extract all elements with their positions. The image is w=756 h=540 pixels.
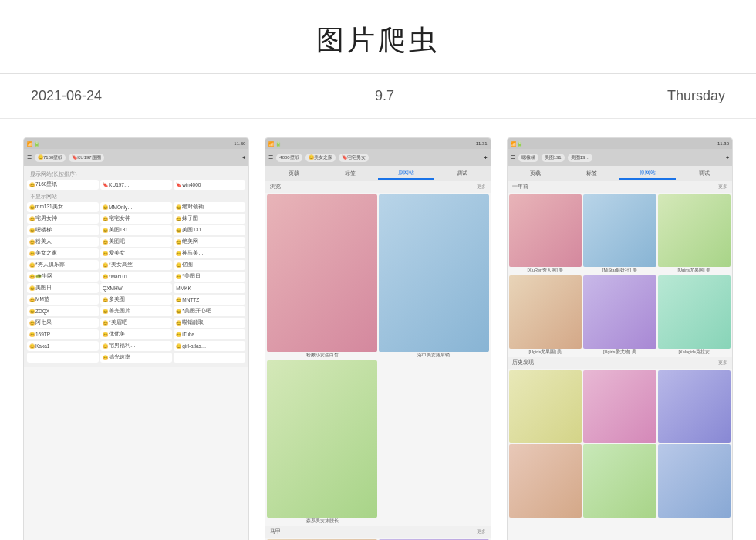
- site-row: 😊MM范 😊多美图 😊MNTTZ: [27, 295, 245, 305]
- toolbar-1: ☰ 😊7160壁纸 🔖KU197题圈 +: [24, 149, 248, 166]
- screenshots-container: 📶 🔋 11:36 ☰ 😊7160壁纸 🔖KU197题圈 + 显示网站(长按排序…: [0, 119, 756, 540]
- image-block: [Ugirls爱尤物] 美: [583, 275, 656, 355]
- image-block: [Xelagirls克拉女: [658, 275, 731, 355]
- image-block: [509, 370, 582, 443]
- image-thumb[interactable]: [658, 444, 731, 517]
- screenshot-1: 📶 🔋 11:36 ☰ 😊7160壁纸 🔖KU197题圈 + 显示网站(长按排序…: [23, 137, 249, 540]
- image-thumb[interactable]: [583, 444, 656, 517]
- tab-original3[interactable]: 原网站: [619, 167, 676, 180]
- screenshot-3: 📶 🔋 11:36 ☰ 嗯橡梯 美图131 美图13… + 页载 标签 原网站 …: [507, 137, 733, 540]
- statusbar-2: 📶 🔋 11:31: [265, 138, 490, 149]
- image-thumb[interactable]: [379, 194, 489, 352]
- image-block: [658, 370, 731, 443]
- site-row: 😊宅男女神 😊宅宅女神 😊妹子图: [27, 214, 245, 224]
- tab-debug3[interactable]: 调试: [676, 168, 732, 179]
- statusbar-1: 📶 🔋 11:36: [24, 138, 248, 149]
- tab-page3[interactable]: 页载: [508, 168, 564, 179]
- image-thumb[interactable]: [658, 275, 731, 348]
- img-tabs-2: 页载 标签 原网站 调试: [265, 166, 490, 181]
- section-header-more: 马甲 更多: [265, 526, 490, 538]
- image-thumb[interactable]: [509, 275, 582, 348]
- meta-bar: 2021-06-24 9.7 Thursday: [0, 74, 756, 119]
- phone-screen-3: 📶 🔋 11:36 ☰ 嗯橡梯 美图131 美图13… + 页载 标签 原网站 …: [508, 138, 732, 519]
- phone-screen-1: 📶 🔋 11:36 ☰ 😊7160壁纸 🔖KU197题圈 + 显示网站(长按排序…: [24, 138, 248, 367]
- image-grid-2col-2: 马尾甜小姐姐露 麻花糖美丽白皙 元气少女高跷装: [265, 538, 490, 540]
- image-block: 粉嫩小女生白皙: [267, 194, 377, 359]
- image-thumb[interactable]: [267, 194, 377, 352]
- site-row: 😊169TP 😊优优美 😊iTuba…: [27, 329, 245, 339]
- section-header-3b: 历史发现 更多: [508, 357, 732, 369]
- page-container: 图片爬虫 2021-06-24 9.7 Thursday 📶 🔋 11:36 ☰…: [0, 0, 756, 540]
- image-block: [658, 444, 731, 517]
- site-row: 😊🐢牛网 😊*Mar101… 😊*美图日: [27, 272, 245, 282]
- site-row: 😊Kaka1 😊宅男福利… 😊girl-atlas…: [27, 341, 245, 351]
- tab-original[interactable]: 原网站: [378, 167, 434, 180]
- section-header-2: 浏览 更多: [265, 181, 490, 193]
- site-row: … 😊搞光速率: [27, 353, 245, 363]
- image-block: [Ugirls尤果圈] 美: [509, 275, 582, 355]
- image-block: [MiStar魅妍社] 美: [583, 194, 656, 274]
- image-block: [583, 444, 656, 517]
- section-header-3a: 十年前 更多: [508, 181, 732, 193]
- image-block: [509, 444, 582, 517]
- site-row: 😊嗯楼梯 😊美图131 😊美图131: [27, 225, 245, 235]
- image-thumb[interactable]: [658, 194, 731, 267]
- image-block: [Ugirls尤果网] 美: [658, 194, 731, 274]
- site-row: 😊阿七果 😊*美眉吧 😊喵锅能取: [27, 318, 245, 328]
- tab-label3[interactable]: 标签: [563, 168, 619, 179]
- image-thumb[interactable]: [658, 370, 731, 443]
- meta-date: 2021-06-24: [31, 88, 102, 104]
- image-thumb[interactable]: [583, 370, 656, 443]
- meta-day: Thursday: [667, 88, 725, 104]
- phone-screen-2: 📶 🔋 11:31 ☰ 4000壁纸 😊美女之家 🔖宅宅男女 + 页载 标签 原…: [265, 138, 490, 540]
- page-title: 图片爬虫: [0, 22, 756, 59]
- image-block: 森系美女抹腰长: [267, 360, 377, 525]
- image-block: [XiuRen秀人网] 美: [509, 194, 582, 274]
- image-thumb[interactable]: [267, 360, 377, 518]
- screenshot-2: 📶 🔋 11:31 ☰ 4000壁纸 😊美女之家 🔖宅宅男女 + 页载 标签 原…: [265, 137, 491, 540]
- site-row: 😊粉美人 😊美图吧 😊绝美网: [27, 237, 245, 247]
- site-list: 显示网站(长按排序) 😊7160壁纸 🔖KU197… 🔖win4000 不显示网…: [24, 166, 248, 367]
- image-thumb[interactable]: [583, 275, 656, 348]
- site-row: 😊美女之家 😊爱美女 😊神马美…: [27, 248, 245, 258]
- image-thumb[interactable]: [583, 194, 656, 267]
- site-row: 😊7160壁纸 🔖KU197… 🔖win4000: [27, 180, 245, 190]
- image-thumb[interactable]: [509, 194, 582, 267]
- site-row: 😊美图日 QXMHW MMKK: [27, 283, 245, 293]
- tab-page[interactable]: 页载: [265, 168, 322, 179]
- tab-debug[interactable]: 调试: [434, 168, 491, 179]
- tab-label[interactable]: 标签: [322, 168, 378, 179]
- img-tabs-3: 页载 标签 原网站 调试: [508, 166, 732, 181]
- statusbar-3: 📶 🔋 11:36: [508, 138, 732, 149]
- image-block: 浴巾美女露肩锁: [379, 194, 489, 359]
- image-grid-3col-2: [508, 369, 732, 519]
- image-grid-3col-1: [XiuRen秀人网] 美 [MiStar魅妍社] 美 [Ugirls尤果网] …: [508, 193, 732, 357]
- site-row: 😊ZDQX 😊善光图片 😊*美图开心吧: [27, 306, 245, 316]
- toolbar-3: ☰ 嗯橡梯 美图131 美图13… +: [508, 149, 732, 166]
- meta-version: 9.7: [375, 88, 394, 104]
- toolbar-2: ☰ 4000壁纸 😊美女之家 🔖宅宅男女 +: [265, 149, 490, 166]
- site-row: 😊*秀人俱乐部 😊*美女高丝 😊亿图: [27, 260, 245, 270]
- page-header: 图片爬虫: [0, 0, 756, 74]
- image-thumb[interactable]: [509, 444, 582, 517]
- image-thumb[interactable]: [509, 370, 582, 443]
- image-grid-2col: 粉嫩小女生白皙 浴巾美女露肩锁 森系美女抹腰长: [265, 193, 490, 526]
- site-row: 😊mm131美女 😊MMOnly… 😊绝对领袖: [27, 202, 245, 212]
- image-block: [583, 370, 656, 443]
